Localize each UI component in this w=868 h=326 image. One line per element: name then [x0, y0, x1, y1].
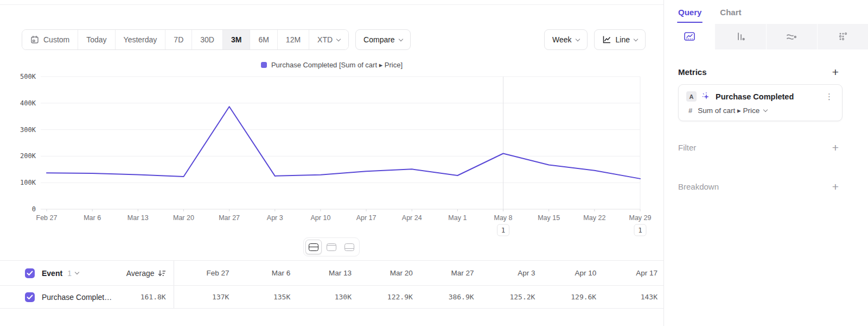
metrics-section-header: Metrics +	[678, 66, 839, 78]
range-label: 7D	[174, 35, 183, 44]
y-tick-label: 100K	[20, 179, 36, 186]
range-30d[interactable]: 30D	[192, 30, 223, 49]
chart-type-flows-button[interactable]	[767, 24, 818, 49]
range-label: 30D	[200, 35, 214, 44]
metric-card[interactable]: A Purchase Completed ⋮ # Sum of cart ▸ P…	[678, 84, 843, 121]
report-main: CustomTodayYesterday7D30D3M6M12MXTD Comp…	[0, 0, 663, 326]
chart-legend: Purchase Completed [Sum of cart ▸ Price]	[0, 61, 663, 69]
range-label: 6M	[258, 35, 269, 44]
x-tick-label: May 15	[538, 214, 560, 222]
toolbar: CustomTodayYesterday7D30D3M6M12MXTD Comp…	[22, 29, 646, 50]
range-xtd[interactable]: XTD	[309, 30, 348, 49]
flows-icon	[785, 31, 798, 43]
add-filter-button[interactable]: +	[832, 142, 839, 153]
date-column-header[interactable]: Apr 10	[541, 269, 602, 277]
metric-menu-button[interactable]: ⋮	[824, 92, 834, 102]
metric-aggregation-dropdown[interactable]: # Sum of cart ▸ Price	[688, 106, 834, 115]
add-metric-button[interactable]: +	[832, 66, 839, 78]
svg-text:1: 1	[501, 226, 506, 234]
granularity-button[interactable]: Week	[544, 29, 588, 50]
date-column-header[interactable]: Mar 20	[358, 269, 419, 277]
table-row: Purchase Completed [... 161.8K 137K135K1…	[0, 285, 663, 309]
sidebar-tabs: QueryChart	[664, 0, 868, 24]
event-column-header[interactable]: Event 1	[42, 269, 79, 278]
date-column-header[interactable]: Mar 6	[235, 269, 296, 277]
metric-name: Purchase Completed	[716, 92, 819, 101]
metrics-title: Metrics	[678, 67, 707, 77]
range-label: 12M	[286, 35, 301, 44]
range-custom[interactable]: Custom	[22, 30, 78, 49]
table-header-row: Event 1 Average Feb 27Mar 6Mar 13Mar 20M…	[0, 261, 663, 285]
breakdown-title: Breakdown	[678, 182, 719, 191]
date-column-header[interactable]: Mar 27	[419, 269, 480, 277]
layout-table-only-button[interactable]	[341, 240, 358, 254]
row-label[interactable]: Purchase Completed [...	[42, 293, 114, 302]
cell-value: 386.9K	[419, 293, 480, 301]
average-value: 161.8K	[141, 293, 166, 301]
range-yesterday[interactable]: Yesterday	[116, 30, 166, 49]
range-today[interactable]: Today	[78, 30, 115, 49]
x-tick-label: May 22	[583, 214, 605, 222]
calendar-icon	[30, 35, 39, 44]
chart-type-segmentation-button[interactable]	[818, 24, 868, 49]
chevron-down-icon	[634, 36, 638, 41]
range-label: 3M	[231, 35, 241, 44]
x-tick-label: Apr 3	[267, 214, 283, 222]
layout-chart-only-button[interactable]	[323, 240, 340, 254]
chart-type-bar-button[interactable]	[715, 24, 766, 49]
select-all-checkbox[interactable]	[25, 268, 35, 278]
metric-letter-badge: A	[686, 91, 697, 102]
filter-section-header: Filter +	[678, 142, 839, 153]
x-tick-label: May 1	[448, 214, 467, 222]
chart-only-icon	[327, 243, 336, 251]
chart-type-button[interactable]: Line	[594, 29, 646, 50]
line-chart: 0100K200K300K400K500KFeb 27Mar 6Mar 13Ma…	[0, 73, 663, 239]
chart-type-insights-button[interactable]	[664, 24, 715, 49]
range-12m[interactable]: 12M	[278, 30, 309, 49]
breakdown-section-header: Breakdown +	[678, 181, 839, 192]
x-tick-label: Mar 13	[127, 214, 149, 222]
range-label: Custom	[43, 35, 69, 44]
chevron-down-icon	[75, 270, 79, 274]
chart-type-label: Line	[616, 35, 630, 44]
layout-split-button[interactable]	[305, 240, 322, 254]
average-label: Average	[126, 269, 155, 278]
bar-chart-icon	[735, 31, 746, 43]
x-tick-label: Apr 17	[356, 214, 376, 222]
cell-value: 137K	[174, 293, 235, 301]
compare-button[interactable]: Compare	[355, 29, 411, 50]
table-only-icon	[344, 243, 354, 251]
chevron-down-icon	[336, 36, 341, 41]
tab-query[interactable]: Query	[678, 0, 701, 24]
annotation-badge[interactable]: 1	[634, 224, 646, 236]
range-6m[interactable]: 6M	[250, 30, 277, 49]
results-table: Event 1 Average Feb 27Mar 6Mar 13Mar 20M…	[0, 261, 663, 309]
y-tick-label: 300K	[20, 126, 36, 134]
date-column-header[interactable]: Apr 3	[480, 269, 541, 277]
date-column-header[interactable]: Feb 27	[174, 269, 235, 277]
cell-value: 129.6K	[541, 293, 602, 301]
cell-value: 130K	[296, 293, 358, 301]
x-tick-label: May 29	[629, 214, 652, 222]
chart-type-switcher	[664, 24, 868, 49]
date-column-header[interactable]: Mar 13	[296, 269, 358, 277]
annotation-badge[interactable]: 1	[497, 224, 509, 236]
average-column-header[interactable]: Average	[114, 269, 166, 278]
chevron-down-icon	[763, 107, 768, 111]
row-checkbox[interactable]	[25, 292, 35, 302]
date-column-header[interactable]: Apr 17	[602, 269, 663, 277]
tab-chart[interactable]: Chart	[720, 0, 741, 24]
layout-toggle	[303, 237, 360, 256]
x-tick-label: Mar 20	[173, 214, 194, 222]
range-label: XTD	[317, 35, 333, 44]
numeric-property-icon: #	[688, 106, 692, 115]
y-tick-label: 200K	[20, 152, 36, 160]
event-count: 1	[67, 269, 72, 278]
range-3m[interactable]: 3M	[223, 30, 250, 49]
svg-text:1: 1	[638, 226, 642, 234]
cell-value: 125.2K	[480, 293, 541, 301]
range-7d[interactable]: 7D	[165, 30, 192, 49]
y-tick-label: 500K	[20, 73, 36, 80]
add-breakdown-button[interactable]: +	[832, 181, 839, 192]
filter-title: Filter	[678, 143, 696, 152]
